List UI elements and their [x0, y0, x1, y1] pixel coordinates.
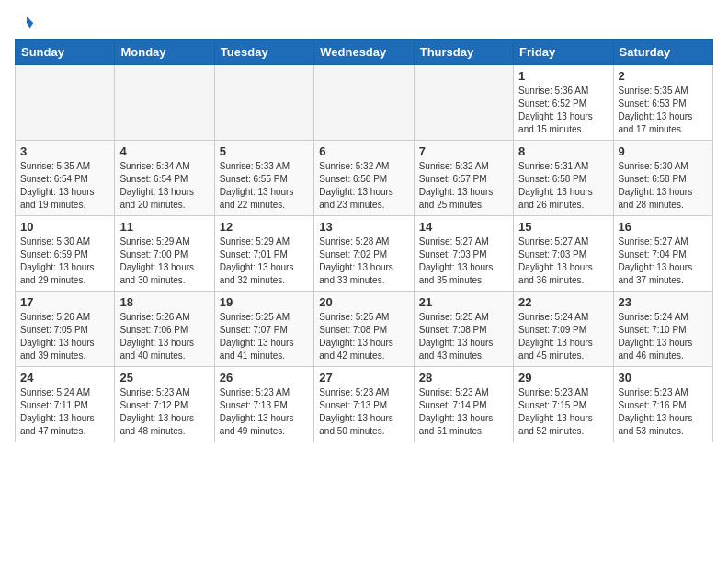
- weekday-header-tuesday: Tuesday: [214, 40, 313, 65]
- weekday-header-friday: Friday: [514, 40, 613, 65]
- day-number: 4: [119, 144, 209, 158]
- empty-cell: [314, 65, 414, 141]
- day-cell-5: 5Sunrise: 5:33 AM Sunset: 6:55 PM Daylig…: [214, 141, 313, 216]
- week-row-5: 24Sunrise: 5:24 AM Sunset: 7:11 PM Dayli…: [16, 367, 713, 442]
- day-number: 6: [319, 144, 408, 158]
- empty-cell: [214, 65, 313, 141]
- calendar-table: SundayMondayTuesdayWednesdayThursdayFrid…: [15, 39, 713, 442]
- day-cell-14: 14Sunrise: 5:27 AM Sunset: 7:03 PM Dayli…: [414, 216, 513, 292]
- day-cell-26: 26Sunrise: 5:23 AM Sunset: 7:13 PM Dayli…: [214, 367, 313, 442]
- weekday-header-saturday: Saturday: [613, 40, 712, 65]
- day-number: 23: [619, 295, 708, 309]
- week-row-1: 1Sunrise: 5:36 AM Sunset: 6:52 PM Daylig…: [16, 65, 713, 141]
- day-number: 12: [220, 220, 309, 234]
- empty-cell: [16, 65, 115, 141]
- day-cell-10: 10Sunrise: 5:30 AM Sunset: 6:59 PM Dayli…: [16, 216, 115, 292]
- day-info: Sunrise: 5:23 AM Sunset: 7:16 PM Dayligh…: [619, 386, 708, 438]
- day-info: Sunrise: 5:23 AM Sunset: 7:14 PM Dayligh…: [419, 386, 508, 438]
- day-info: Sunrise: 5:24 AM Sunset: 7:09 PM Dayligh…: [518, 311, 608, 362]
- day-number: 11: [119, 220, 209, 234]
- day-number: 13: [319, 220, 408, 234]
- day-cell-27: 27Sunrise: 5:23 AM Sunset: 7:13 PM Dayli…: [314, 367, 414, 442]
- day-cell-22: 22Sunrise: 5:24 AM Sunset: 7:09 PM Dayli…: [514, 292, 613, 367]
- day-info: Sunrise: 5:25 AM Sunset: 7:08 PM Dayligh…: [319, 311, 408, 362]
- logo: [15, 15, 35, 31]
- day-cell-9: 9Sunrise: 5:30 AM Sunset: 6:58 PM Daylig…: [613, 141, 712, 216]
- day-info: Sunrise: 5:23 AM Sunset: 7:13 PM Dayligh…: [220, 386, 309, 438]
- day-info: Sunrise: 5:26 AM Sunset: 7:06 PM Dayligh…: [119, 311, 209, 362]
- day-info: Sunrise: 5:27 AM Sunset: 7:03 PM Dayligh…: [419, 236, 508, 287]
- day-cell-8: 8Sunrise: 5:31 AM Sunset: 6:58 PM Daylig…: [514, 141, 613, 216]
- day-number: 2: [619, 69, 708, 83]
- day-number: 25: [119, 371, 209, 385]
- empty-cell: [414, 65, 513, 141]
- page-header: [15, 15, 713, 31]
- day-info: Sunrise: 5:23 AM Sunset: 7:12 PM Dayligh…: [119, 386, 209, 438]
- day-cell-3: 3Sunrise: 5:35 AM Sunset: 6:54 PM Daylig…: [16, 141, 115, 216]
- svg-marker-1: [27, 23, 33, 28]
- svg-marker-0: [27, 17, 33, 23]
- day-info: Sunrise: 5:28 AM Sunset: 7:02 PM Dayligh…: [319, 236, 408, 287]
- day-number: 19: [220, 295, 309, 309]
- day-cell-29: 29Sunrise: 5:23 AM Sunset: 7:15 PM Dayli…: [514, 367, 613, 442]
- empty-cell: [115, 65, 214, 141]
- day-number: 27: [319, 371, 408, 385]
- day-cell-15: 15Sunrise: 5:27 AM Sunset: 7:03 PM Dayli…: [514, 216, 613, 292]
- day-cell-24: 24Sunrise: 5:24 AM Sunset: 7:11 PM Dayli…: [16, 367, 115, 442]
- day-cell-18: 18Sunrise: 5:26 AM Sunset: 7:06 PM Dayli…: [115, 292, 214, 367]
- day-cell-6: 6Sunrise: 5:32 AM Sunset: 6:56 PM Daylig…: [314, 141, 414, 216]
- day-number: 24: [20, 371, 109, 385]
- week-row-2: 3Sunrise: 5:35 AM Sunset: 6:54 PM Daylig…: [16, 141, 713, 216]
- day-cell-13: 13Sunrise: 5:28 AM Sunset: 7:02 PM Dayli…: [314, 216, 414, 292]
- day-cell-21: 21Sunrise: 5:25 AM Sunset: 7:08 PM Dayli…: [414, 292, 513, 367]
- day-info: Sunrise: 5:32 AM Sunset: 6:57 PM Dayligh…: [419, 160, 508, 212]
- day-info: Sunrise: 5:25 AM Sunset: 7:08 PM Dayligh…: [419, 311, 508, 362]
- day-info: Sunrise: 5:34 AM Sunset: 6:54 PM Dayligh…: [119, 160, 209, 212]
- day-cell-25: 25Sunrise: 5:23 AM Sunset: 7:12 PM Dayli…: [115, 367, 214, 442]
- day-cell-7: 7Sunrise: 5:32 AM Sunset: 6:57 PM Daylig…: [414, 141, 513, 216]
- day-number: 8: [518, 144, 608, 158]
- day-cell-19: 19Sunrise: 5:25 AM Sunset: 7:07 PM Dayli…: [214, 292, 313, 367]
- day-cell-12: 12Sunrise: 5:29 AM Sunset: 7:01 PM Dayli…: [214, 216, 313, 292]
- day-info: Sunrise: 5:36 AM Sunset: 6:52 PM Dayligh…: [518, 85, 608, 136]
- day-number: 5: [220, 144, 309, 158]
- weekday-header-wednesday: Wednesday: [314, 40, 414, 65]
- day-number: 21: [419, 295, 508, 309]
- day-info: Sunrise: 5:35 AM Sunset: 6:53 PM Dayligh…: [619, 85, 708, 136]
- day-info: Sunrise: 5:35 AM Sunset: 6:54 PM Dayligh…: [20, 160, 109, 212]
- day-info: Sunrise: 5:27 AM Sunset: 7:03 PM Dayligh…: [518, 236, 608, 287]
- day-cell-28: 28Sunrise: 5:23 AM Sunset: 7:14 PM Dayli…: [414, 367, 513, 442]
- day-info: Sunrise: 5:24 AM Sunset: 7:11 PM Dayligh…: [20, 386, 109, 438]
- day-number: 7: [419, 144, 508, 158]
- day-number: 20: [319, 295, 408, 309]
- day-info: Sunrise: 5:25 AM Sunset: 7:07 PM Dayligh…: [220, 311, 309, 362]
- day-number: 22: [518, 295, 608, 309]
- weekday-header-monday: Monday: [115, 40, 214, 65]
- week-row-3: 10Sunrise: 5:30 AM Sunset: 6:59 PM Dayli…: [16, 216, 713, 292]
- logo-icon: [18, 15, 35, 31]
- day-info: Sunrise: 5:27 AM Sunset: 7:04 PM Dayligh…: [619, 236, 708, 287]
- day-number: 30: [619, 371, 708, 385]
- day-number: 1: [518, 69, 608, 83]
- day-info: Sunrise: 5:32 AM Sunset: 6:56 PM Dayligh…: [319, 160, 408, 212]
- day-cell-30: 30Sunrise: 5:23 AM Sunset: 7:16 PM Dayli…: [613, 367, 712, 442]
- day-cell-16: 16Sunrise: 5:27 AM Sunset: 7:04 PM Dayli…: [613, 216, 712, 292]
- day-info: Sunrise: 5:29 AM Sunset: 7:01 PM Dayligh…: [220, 236, 309, 287]
- day-number: 16: [619, 220, 708, 234]
- day-info: Sunrise: 5:30 AM Sunset: 6:59 PM Dayligh…: [20, 236, 109, 287]
- day-info: Sunrise: 5:33 AM Sunset: 6:55 PM Dayligh…: [220, 160, 309, 212]
- day-number: 18: [119, 295, 209, 309]
- day-info: Sunrise: 5:26 AM Sunset: 7:05 PM Dayligh…: [20, 311, 109, 362]
- day-number: 14: [419, 220, 508, 234]
- day-number: 29: [518, 371, 608, 385]
- day-cell-4: 4Sunrise: 5:34 AM Sunset: 6:54 PM Daylig…: [115, 141, 214, 216]
- day-cell-20: 20Sunrise: 5:25 AM Sunset: 7:08 PM Dayli…: [314, 292, 414, 367]
- day-info: Sunrise: 5:23 AM Sunset: 7:13 PM Dayligh…: [319, 386, 408, 438]
- day-info: Sunrise: 5:29 AM Sunset: 7:00 PM Dayligh…: [119, 236, 209, 287]
- day-cell-1: 1Sunrise: 5:36 AM Sunset: 6:52 PM Daylig…: [514, 65, 613, 141]
- weekday-header-sunday: Sunday: [16, 40, 115, 65]
- day-info: Sunrise: 5:24 AM Sunset: 7:10 PM Dayligh…: [619, 311, 708, 362]
- day-info: Sunrise: 5:23 AM Sunset: 7:15 PM Dayligh…: [518, 386, 608, 438]
- day-cell-11: 11Sunrise: 5:29 AM Sunset: 7:00 PM Dayli…: [115, 216, 214, 292]
- day-info: Sunrise: 5:30 AM Sunset: 6:58 PM Dayligh…: [619, 160, 708, 212]
